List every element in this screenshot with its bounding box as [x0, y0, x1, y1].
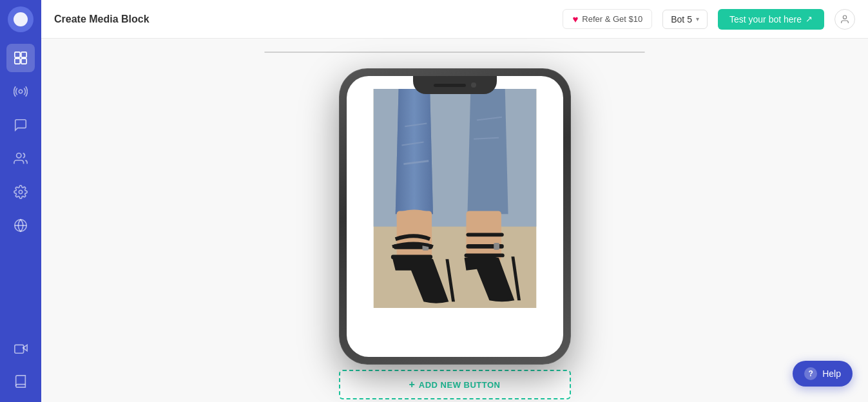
add-button-label: ADD NEW BUTTON: [419, 380, 501, 390]
media-type-tabs: TEXT MESSAGE IMAGE SLIDER IMAGE VIDEO AU…: [264, 52, 645, 53]
svg-rect-9: [15, 345, 24, 353]
sidebar-item-chat[interactable]: [6, 111, 35, 139]
sidebar-item-audience[interactable]: [6, 144, 35, 173]
svg-rect-28: [494, 243, 499, 250]
svg-rect-27: [466, 233, 503, 236]
main-content: Create Media Block ♥ Refer & Get $10 Bot…: [41, 0, 868, 402]
bot-selector[interactable]: Bot 5 ▾: [662, 10, 708, 29]
book-icon: [14, 374, 28, 388]
camera: [471, 82, 476, 88]
svg-point-4: [19, 90, 23, 93]
plus-icon: +: [409, 379, 415, 390]
svg-point-6: [19, 190, 23, 194]
user-profile-icon[interactable]: [834, 9, 855, 30]
broadcast-icon: [14, 84, 28, 99]
svg-rect-1: [21, 52, 26, 57]
sidebar-item-globe[interactable]: [6, 211, 35, 240]
help-label: Help: [822, 368, 841, 379]
settings-icon: [14, 185, 28, 199]
svg-rect-3: [21, 59, 26, 64]
phone-frame: [339, 68, 571, 365]
speaker: [434, 84, 466, 87]
person-icon: [840, 14, 850, 24]
heart-icon: ♥: [572, 14, 578, 24]
tab-image-slider[interactable]: IMAGE SLIDER: [356, 52, 442, 53]
svg-rect-22: [391, 254, 432, 259]
svg-rect-2: [15, 59, 20, 64]
test-bot-label: Test your bot here: [729, 14, 802, 24]
shoe-image: [371, 89, 539, 308]
tab-image[interactable]: IMAGE: [442, 52, 496, 53]
sidebar-item-settings[interactable]: [6, 178, 35, 206]
svg-point-5: [17, 153, 21, 158]
sidebar-item-broadcast[interactable]: [6, 77, 35, 106]
svg-rect-26: [464, 253, 504, 257]
chevron-down-icon: ▾: [696, 15, 699, 23]
content-area: TEXT MESSAGE IMAGE SLIDER IMAGE VIDEO AU…: [41, 39, 868, 402]
page-title: Create Media Block: [54, 14, 552, 25]
logo-inner: [14, 12, 28, 26]
chat-icon: [14, 118, 28, 132]
tab-file[interactable]: FILE: [601, 52, 644, 53]
help-icon: ?: [804, 367, 817, 380]
audience-icon: [14, 151, 28, 166]
sidebar-item-blocks[interactable]: [6, 44, 35, 72]
app-container: Create Media Block ♥ Refer & Get $10 Bot…: [0, 0, 868, 402]
tab-audio[interactable]: AUDIO: [548, 52, 601, 53]
refer-label: Refer & Get $10: [582, 14, 642, 24]
refer-button[interactable]: ♥ Refer & Get $10: [563, 9, 652, 29]
svg-rect-0: [15, 52, 20, 57]
phone-notch: [413, 76, 497, 94]
globe-icon: [14, 218, 28, 233]
phone-screen: [347, 76, 563, 357]
video-icon: [14, 341, 28, 355]
app-logo[interactable]: [8, 6, 34, 32]
sidebar-item-video[interactable]: [6, 334, 35, 362]
external-link-icon: ↗: [805, 14, 813, 24]
test-bot-button[interactable]: Test your bot here ↗: [718, 9, 824, 30]
sidebar: [0, 0, 41, 402]
phone-mockup: + ADD NEW BUTTON: [339, 68, 571, 399]
add-new-button[interactable]: + ADD NEW BUTTON: [339, 370, 571, 399]
header: Create Media Block ♥ Refer & Get $10 Bot…: [41, 0, 868, 39]
bot-label: Bot 5: [671, 14, 692, 24]
tab-text-message[interactable]: TEXT MESSAGE: [265, 52, 356, 53]
tab-video[interactable]: VIDEO: [496, 52, 548, 53]
help-button[interactable]: ? Help: [793, 361, 853, 387]
sidebar-item-book[interactable]: [6, 367, 35, 396]
blocks-icon: [14, 51, 28, 65]
svg-point-11: [843, 15, 846, 19]
